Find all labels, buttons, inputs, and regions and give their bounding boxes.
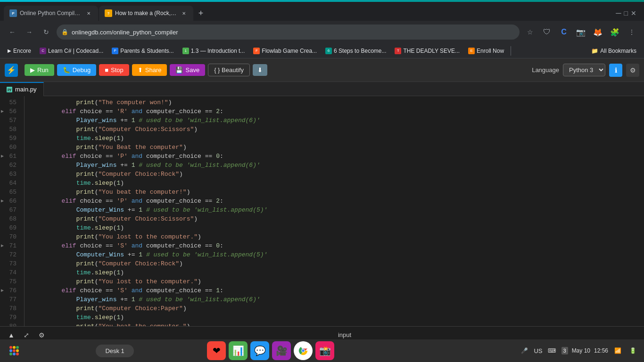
extension-icon-5[interactable]: 🧩 bbox=[608, 25, 621, 39]
chrome-menu-button[interactable]: ⋮ bbox=[625, 25, 638, 39]
app-icon-5[interactable]: 📸 bbox=[315, 341, 334, 360]
code-editor[interactable]: 55 ▶56 57 58 59 60 ▶61 62 63 64 65 ▶66 6… bbox=[0, 96, 644, 326]
code-line-60: print("You Beat the computer") bbox=[32, 143, 644, 152]
reload-button[interactable]: ↻ bbox=[40, 25, 53, 39]
window-minimize[interactable]: ─ bbox=[616, 9, 621, 17]
stop-icon: ■ bbox=[105, 66, 108, 74]
code-line-65: print("You beat the computer!") bbox=[32, 188, 644, 197]
run-button[interactable]: ▶ Run bbox=[25, 64, 54, 76]
wifi-icon[interactable]: 📶 bbox=[612, 345, 623, 356]
svg-point-2 bbox=[16, 346, 19, 349]
clock-badge[interactable]: 3 bbox=[561, 347, 568, 354]
share-button[interactable]: ⬆ Share bbox=[132, 64, 167, 76]
extension-icon-2[interactable]: C bbox=[557, 25, 570, 39]
code-line-67: Computer_Wins += 1 # used to be 'win_lis… bbox=[32, 206, 644, 214]
panel-settings-button[interactable]: ⚙ bbox=[36, 329, 47, 341]
line-num-70: 70 bbox=[0, 232, 20, 241]
bookmark-flowlab[interactable]: F Flowlab Game Crea... bbox=[249, 45, 321, 57]
line-num-60: 60 bbox=[0, 143, 20, 152]
code-line-68: print("Computer Choice:Scissors") bbox=[32, 214, 644, 223]
line-num-74: 74 bbox=[0, 268, 20, 277]
mic-icon[interactable]: 🎤 bbox=[519, 345, 530, 356]
bookmark-enroll[interactable]: E Enroll Now bbox=[464, 45, 508, 57]
extension-icon-3[interactable]: 📷 bbox=[574, 25, 587, 39]
line-numbers: 55 ▶56 57 58 59 60 ▶61 62 63 64 65 ▶66 6… bbox=[0, 96, 25, 326]
file-tab-main[interactable]: py main.py bbox=[0, 82, 44, 96]
share-icon: ⬆ bbox=[138, 66, 143, 74]
app-icon-4[interactable]: 🎥 bbox=[272, 341, 291, 360]
python-file-icon: py bbox=[7, 87, 12, 92]
app-icon-chrome[interactable] bbox=[294, 341, 313, 360]
tab-label-2: How to make a (Rock, Paper, S... bbox=[115, 10, 177, 16]
new-tab-button[interactable]: + bbox=[194, 7, 207, 20]
app-icon-1[interactable]: ❤ bbox=[207, 341, 226, 360]
bookmark-intro-label: 1.3 — Introduction t... bbox=[191, 48, 245, 54]
beautify-button[interactable]: { } Beautify bbox=[208, 64, 250, 76]
tab-bar: P Online Python Compiler - onlin... ✕ ? … bbox=[0, 2, 644, 21]
tab-how-to[interactable]: ? How to make a (Rock, Paper, S... ✕ bbox=[99, 6, 193, 21]
code-line-77: Player_wins += 1 # used to be 'win_list.… bbox=[32, 295, 644, 304]
settings-button[interactable]: ⚙ bbox=[626, 64, 639, 77]
line-num-71: ▶71 bbox=[0, 241, 20, 250]
desk-label[interactable]: Desk 1 bbox=[96, 345, 133, 357]
bookmark-encore[interactable]: ▶ Encore bbox=[4, 45, 35, 57]
bookmark-6steps[interactable]: 6 6 Steps to Become... bbox=[322, 45, 390, 57]
line-num-65: 65 bbox=[0, 188, 20, 197]
tab-close-2[interactable]: ✕ bbox=[180, 9, 188, 17]
window-maximize[interactable]: □ bbox=[624, 9, 628, 17]
line-num-67: 67 bbox=[0, 206, 20, 214]
language-label: Language bbox=[532, 66, 559, 74]
extension-icon-1[interactable]: 🛡 bbox=[540, 25, 553, 39]
line-num-56: ▶56 bbox=[0, 107, 20, 116]
tab-python-compiler[interactable]: P Online Python Compiler - onlin... ✕ bbox=[4, 6, 98, 21]
panel-label: input bbox=[51, 331, 638, 338]
keyboard-layout[interactable]: US bbox=[534, 347, 542, 354]
download-icon: ⬇ bbox=[257, 66, 263, 74]
bookmark-deadly-favicon: T bbox=[395, 48, 401, 54]
info-button[interactable]: ℹ bbox=[609, 64, 622, 77]
language-select[interactable]: Python 3 Python 2 C C++ Java bbox=[563, 64, 605, 76]
debug-button[interactable]: 🐛 Debug bbox=[57, 64, 96, 76]
window-close[interactable]: ✕ bbox=[631, 9, 636, 17]
save-button[interactable]: 💾 Save bbox=[170, 64, 205, 76]
app-icon-3[interactable]: 💬 bbox=[250, 341, 269, 360]
line-num-75: 75 bbox=[0, 277, 20, 286]
battery-icon[interactable]: 🔋 bbox=[627, 345, 638, 356]
line-num-79: 79 bbox=[0, 313, 20, 322]
bookmark-deadly[interactable]: T THE DEADLY SEVE... bbox=[391, 45, 463, 57]
back-button[interactable]: ← bbox=[6, 25, 19, 39]
code-line-59: time.sleep(1) bbox=[32, 134, 644, 143]
line-num-77: 77 bbox=[0, 295, 20, 304]
taskbar-launcher[interactable] bbox=[6, 342, 23, 359]
forward-button[interactable]: → bbox=[23, 25, 36, 39]
svg-point-4 bbox=[13, 349, 16, 352]
code-line-79: time.sleep(1) bbox=[32, 313, 644, 322]
address-input[interactable] bbox=[57, 25, 520, 40]
download-button[interactable]: ⬇ bbox=[253, 64, 267, 76]
code-line-57: Player_wins += 1 # used to be 'win_list.… bbox=[32, 116, 644, 125]
editor-area: ⚡ ▶ Run 🐛 Debug ■ Stop ⬆ Share 💾 Save { … bbox=[0, 58, 644, 343]
bookmark-enroll-label: Enroll Now bbox=[477, 48, 504, 54]
editor-toolbar: ⚡ ▶ Run 🐛 Debug ■ Stop ⬆ Share 💾 Save { … bbox=[0, 58, 644, 82]
line-num-80: 80 bbox=[0, 322, 20, 326]
bookmark-star-icon[interactable]: ☆ bbox=[523, 25, 537, 39]
bookmark-parents[interactable]: P Parents & Students... bbox=[108, 45, 177, 57]
code-content[interactable]: print("The computer won!") elif choice =… bbox=[25, 96, 644, 326]
address-wrap: 🔒 bbox=[57, 25, 520, 40]
app-icon-2[interactable]: 📊 bbox=[229, 341, 248, 360]
bookmark-intro[interactable]: 1 1.3 — Introduction t... bbox=[179, 45, 249, 57]
panel-resize-button[interactable]: ⤢ bbox=[21, 329, 32, 341]
keyboard-icon[interactable]: ⌨ bbox=[546, 345, 558, 356]
debug-icon: 🐛 bbox=[63, 66, 70, 74]
bookmark-learn-csharp[interactable]: C Learn C# | Codecad... bbox=[36, 45, 107, 57]
svg-point-11 bbox=[302, 349, 305, 352]
all-bookmarks-button[interactable]: 📁 All Bookmarks bbox=[587, 48, 640, 54]
tab-label-1: Online Python Compiler - onlin... bbox=[20, 10, 82, 16]
stop-button[interactable]: ■ Stop bbox=[99, 64, 129, 76]
tab-close-1[interactable]: ✕ bbox=[85, 9, 92, 17]
extension-icon-4[interactable]: 🦊 bbox=[591, 25, 604, 39]
code-line-61: elif choice == 'P' and computer_choice =… bbox=[32, 152, 644, 161]
panel-collapse-button[interactable]: ▲ bbox=[6, 329, 17, 341]
code-line-78: print("Computer Choice:Paper") bbox=[32, 304, 644, 313]
line-num-62: 62 bbox=[0, 161, 20, 170]
